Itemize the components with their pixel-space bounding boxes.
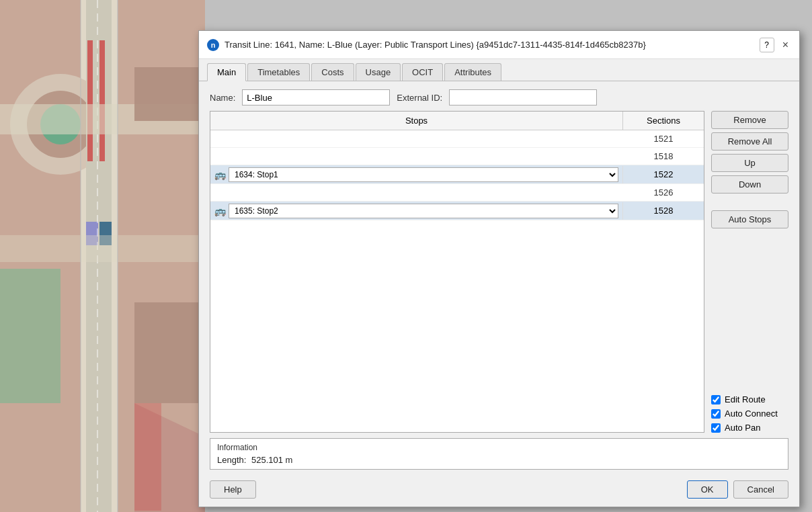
ok-button[interactable]: OK (687, 480, 728, 499)
stop-dropdown[interactable]: 1634: Stop1 (229, 167, 618, 182)
section-value: 1526 (623, 186, 704, 199)
down-button[interactable]: Down (711, 175, 788, 194)
cancel-button[interactable]: Cancel (733, 480, 788, 499)
dialog-title: Transit Line: 1641, Name: L-Blue (Layer:… (225, 40, 754, 50)
section-value: 1518 (623, 150, 704, 163)
section-value: 1522 (623, 168, 704, 181)
name-input[interactable] (242, 89, 390, 105)
stop-cell: 🚌 1634: Stop1 (210, 166, 623, 183)
name-label: Name: (210, 93, 235, 103)
tab-attributes[interactable]: Attributes (444, 63, 501, 81)
map-background (0, 0, 205, 512)
form-area: Name: External ID: (199, 81, 799, 111)
tab-main[interactable]: Main (207, 63, 246, 81)
svg-rect-15 (134, 302, 205, 403)
ok-cancel-group: OK Cancel (687, 480, 788, 499)
auto-pan-checkbox-label[interactable]: Auto Pan (711, 423, 788, 433)
tab-ocit[interactable]: OCIT (402, 63, 443, 81)
auto-stops-button[interactable]: Auto Stops (711, 210, 788, 228)
tab-costs[interactable]: Costs (311, 63, 354, 81)
svg-rect-12 (0, 235, 205, 262)
tab-timetables[interactable]: Timetables (247, 63, 310, 81)
up-button[interactable]: Up (711, 154, 788, 172)
auto-connect-checkbox[interactable] (711, 409, 721, 419)
info-panel: Information Length: 525.101 m (210, 438, 788, 470)
section-value: 1521 (623, 132, 704, 145)
dialog-container: n Transit Line: 1641, Name: L-Blue (Laye… (198, 30, 800, 507)
stops-sections-table: Stops Sections 1521 1518 🚌 (210, 111, 704, 433)
table-body: 1521 1518 🚌 1634: Stop1 1522 (210, 130, 704, 432)
tab-bar: Main Timetables Costs Usage OCIT Attribu… (199, 59, 799, 81)
sections-header: Sections (623, 112, 704, 130)
info-title: Information (217, 443, 781, 452)
table-row: 🚌 1634: Stop1 1522 (210, 165, 704, 184)
svg-rect-6 (87, 40, 93, 161)
svg-rect-13 (0, 269, 60, 403)
info-length: Length: 525.101 m (217, 455, 781, 465)
length-value: 525.101 m (251, 455, 292, 465)
bottom-bar: Help OK Cancel (199, 475, 799, 507)
external-id-input[interactable] (449, 89, 597, 105)
app-icon: n (207, 39, 219, 51)
svg-rect-7 (99, 40, 105, 161)
auto-pan-checkbox[interactable] (711, 423, 721, 433)
table-row: 1521 (210, 130, 704, 148)
svg-rect-19 (134, 403, 161, 511)
auto-connect-label: Auto Connect (725, 409, 778, 419)
external-id-label: External ID: (397, 93, 442, 103)
table-row: 1526 (210, 184, 704, 202)
help-button[interactable]: Help (210, 480, 256, 499)
svg-rect-14 (134, 67, 205, 121)
table-header: Stops Sections (210, 112, 704, 130)
edit-route-label: Edit Route (725, 394, 766, 404)
tab-usage[interactable]: Usage (356, 63, 401, 81)
main-content: Stops Sections 1521 1518 🚌 (199, 111, 799, 438)
stop-dropdown[interactable]: 1635: Stop2 (229, 204, 618, 218)
edit-route-checkbox[interactable] (711, 395, 721, 404)
dialog-titlebar: n Transit Line: 1641, Name: L-Blue (Laye… (199, 31, 799, 59)
auto-pan-label: Auto Pan (725, 423, 761, 433)
section-value: 1528 (623, 204, 704, 217)
help-icon-button[interactable]: ? (760, 38, 774, 52)
table-row: 🚌 1635: Stop2 1528 (210, 202, 704, 220)
checkbox-group: Edit Route Auto Connect Auto Pan (711, 394, 788, 433)
edit-route-checkbox-label[interactable]: Edit Route (711, 394, 788, 404)
length-label: Length: (217, 455, 246, 465)
buttons-panel: Remove Remove All Up Down Auto Stops Edi… (711, 111, 788, 433)
remove-all-button[interactable]: Remove All (711, 132, 788, 151)
bus-icon: 🚌 (214, 169, 226, 180)
auto-connect-checkbox-label[interactable]: Auto Connect (711, 409, 788, 419)
bus-icon: 🚌 (214, 206, 226, 216)
stop-cell: 🚌 1635: Stop2 (210, 202, 623, 220)
stops-header: Stops (210, 112, 623, 130)
close-button[interactable]: × (780, 39, 791, 51)
table-row: 1518 (210, 148, 704, 165)
remove-button[interactable]: Remove (711, 111, 788, 129)
